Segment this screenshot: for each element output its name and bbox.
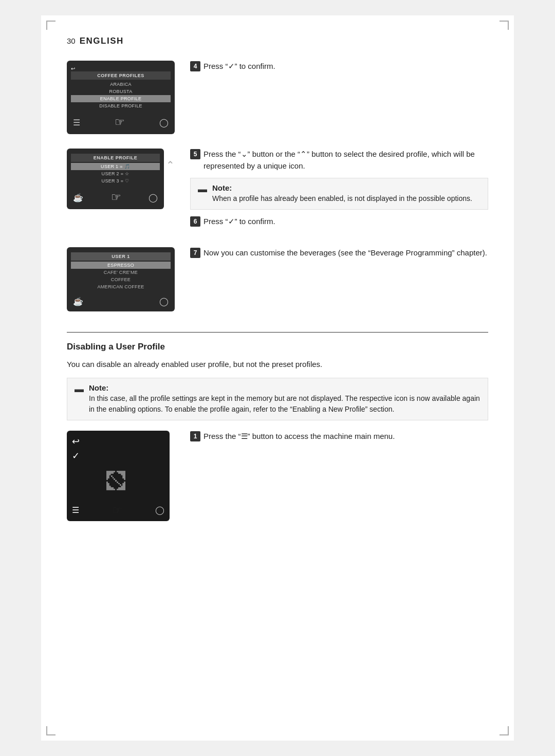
note-box-disabling: ▬ Note: In this case, all the profile se… <box>67 378 488 420</box>
note-icon: ▬ <box>198 184 207 195</box>
step6-text: Press “✓” to confirm. <box>203 216 488 228</box>
disabling-section: Disabling a User Profile You can disable… <box>67 332 488 521</box>
menu-icon: ☰ <box>73 118 80 127</box>
note-text-disabling: In this case, all the profile settings a… <box>89 393 480 415</box>
screen1-item1: ARABICA <box>71 81 171 88</box>
menu-sym: ☰ <box>241 432 248 440</box>
section-step5: ENABLE PROFILE USER 1 = 🎵 USER 2 = ☆ USE… <box>67 149 488 233</box>
screen2-item3: USER 3 = ♡ <box>71 177 160 185</box>
screen3-container: USER 1 ESPRESSO CAFE’ CRE’ME COFFEE AMER… <box>67 247 175 311</box>
step7-line: 7 Now you can customise the beverages (s… <box>190 247 488 259</box>
coffee-cup-icon: ☕ <box>73 193 83 202</box>
screen1-container: ↩ COFFEE PROFILES ARABICA ROBUSTA ENABLE… <box>67 61 175 134</box>
step7-content: 7 Now you can customise the beverages (s… <box>190 247 488 264</box>
check-symbol: ✓ <box>228 62 235 70</box>
screen3: USER 1 ESPRESSO CAFE’ CRE’ME COFFEE AMER… <box>67 247 175 311</box>
screen3-icons: ☕ ◯ <box>71 293 171 307</box>
screen2-item2: USER 2 = ☆ <box>71 170 160 177</box>
up-arrow-sym: ⌃ <box>300 150 307 158</box>
step5-content: 5 Press the “⌄” button or the “⌃” button… <box>190 149 488 233</box>
check2-sym: ✓ <box>228 217 235 226</box>
screen2-inner: ENABLE PROFILE USER 1 = 🎵 USER 2 = ☆ USE… <box>67 149 175 209</box>
hand-icon: ☞ <box>115 116 125 129</box>
screen2-box: ENABLE PROFILE USER 1 = 🎵 USER 2 = ☆ USE… <box>67 149 164 209</box>
screen2-title: ENABLE PROFILE <box>71 154 160 162</box>
step4-line: 4 Press “✓” to confirm. <box>190 61 488 72</box>
step1-bottom-line: 1 Press the “☰” button to access the mac… <box>190 431 488 442</box>
screen3-item3: COFFEE <box>71 276 171 283</box>
step4-number: 4 <box>190 61 200 71</box>
step4-text: Press “✓” to confirm. <box>203 61 488 72</box>
note2-content: Note: In this case, all the profile sett… <box>89 383 480 415</box>
screen2-icons: ☕ ☞ ◯ <box>71 188 160 205</box>
step1-bottom-content: 1 Press the “☰” button to access the mac… <box>190 431 488 448</box>
screen3-title: USER 1 <box>71 252 171 261</box>
step1-bottom-number: 1 <box>190 431 200 441</box>
screen1-title: COFFEE PROFILES <box>71 71 171 80</box>
coffee3-icon: ☕ <box>73 297 83 306</box>
screen2-container: ENABLE PROFILE USER 1 = 🎵 USER 2 = ☆ USE… <box>67 149 175 209</box>
down-arrow-sym: ⌄ <box>241 150 248 158</box>
screen2-item1: USER 1 = 🎵 <box>71 163 160 170</box>
step5-text: Press the “⌄” button or the “⌃” button t… <box>203 149 488 172</box>
bottom-back-row: ↩ <box>72 436 164 447</box>
screen2: ENABLE PROFILE USER 1 = 🎵 USER 2 = ☆ USE… <box>67 149 164 209</box>
screen1-item2: ROBUSTA <box>71 88 171 95</box>
bottom-icons-row: ☰ ☞ ◯ <box>72 504 164 517</box>
bottom-menu-icon: ☰ <box>72 505 79 515</box>
screen3-item4: AMERICAN COFFEE <box>71 283 171 290</box>
section-step7: USER 1 ESPRESSO CAFE’ CRE’ME COFFEE AMER… <box>67 247 488 311</box>
note-content: Note: When a profile has already been en… <box>212 183 472 204</box>
screen1-icons: ☰ ☞ ◯ <box>71 113 171 130</box>
step7-text: Now you can customise the beverages (see… <box>203 247 488 259</box>
disabling-heading: Disabling a User Profile <box>67 342 488 352</box>
step4-content: 4 Press “✓” to confirm. <box>190 61 488 78</box>
section-step4: ↩ COFFEE PROFILES ARABICA ROBUSTA ENABLE… <box>67 61 488 134</box>
back-button-icon: ↩ <box>71 66 75 71</box>
note2-icon: ▬ <box>75 384 84 395</box>
screen-bottom-container: ↩ ✓ ⛞ ☰ ☞ ◯ <box>67 431 175 521</box>
power3-icon: ◯ <box>159 297 169 306</box>
bottom-power-icon: ◯ <box>155 505 164 515</box>
screen3-item2: CAFE’ CRE’ME <box>71 269 171 276</box>
screen1-item3: ENABLE PROFILE <box>71 95 171 102</box>
hand2-icon: ☞ <box>111 191 121 204</box>
page-number: 30 <box>67 36 76 45</box>
bottom-hand-icon: ☞ <box>112 504 122 517</box>
chevron-up-icon: ⌃ <box>166 159 175 171</box>
step6-line: 6 Press “✓” to confirm. <box>190 216 488 228</box>
bottom-center-icon: ⛞ <box>72 462 164 500</box>
note-text-step5: When a profile has already been enabled,… <box>212 193 472 204</box>
power2-icon: ◯ <box>149 193 158 202</box>
note-box-step5: ▬ Note: When a profile has already been … <box>190 178 488 210</box>
power-icon: ◯ <box>159 118 169 127</box>
screen3-item1: ESPRESSO <box>71 262 171 269</box>
screen1-item4: DISABLE PROFILE <box>71 102 171 109</box>
step6-number: 6 <box>190 216 200 227</box>
note-label-disabling: Note: <box>89 383 480 392</box>
page-header: 30 ENGLISH <box>67 36 488 46</box>
step5-line: 5 Press the “⌄” button or the “⌃” button… <box>190 149 488 172</box>
bottom-section: ↩ ✓ ⛞ ☰ ☞ ◯ 1 Press the “☰” button to ac… <box>67 431 488 521</box>
disabling-desc: You can disable an already enabled user … <box>67 358 488 371</box>
step1-bottom-text: Press the “☰” button to access the machi… <box>203 431 488 442</box>
bottom-back-icon: ↩ <box>72 436 80 447</box>
screen1: ↩ COFFEE PROFILES ARABICA ROBUSTA ENABLE… <box>67 61 175 134</box>
screen-bottom: ↩ ✓ ⛞ ☰ ☞ ◯ <box>67 431 170 521</box>
step5-number: 5 <box>190 149 200 159</box>
page-title: ENGLISH <box>80 36 124 46</box>
bottom-check-icon: ✓ <box>72 450 164 462</box>
step7-number: 7 <box>190 248 200 258</box>
note-label-step5: Note: <box>212 183 472 192</box>
